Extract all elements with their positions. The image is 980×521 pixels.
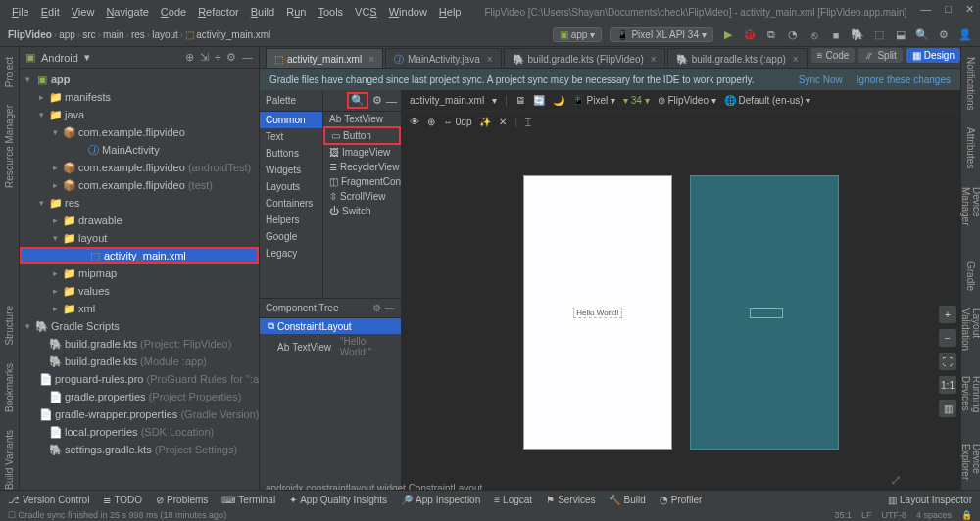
ct-hide-icon[interactable]: — (385, 303, 395, 313)
palette-cat-text[interactable]: Text (260, 128, 322, 145)
theme-select[interactable]: ⊚ FlipVideo ▾ (658, 95, 716, 106)
sb-logcat[interactable]: ≡ Logcat (494, 495, 532, 505)
tree-mipmap[interactable]: ▸📁mipmap (20, 264, 259, 282)
night-icon[interactable]: 🌙 (553, 95, 564, 106)
zoom-fit-icon[interactable]: ⛶ (939, 353, 956, 370)
menu-run[interactable]: Run (282, 4, 310, 20)
sb-profiler[interactable]: ◔ Profiler (660, 495, 703, 505)
widget-imageview[interactable]: 🖼ImageView (323, 145, 401, 160)
ct-gear-icon[interactable]: ⚙ (372, 303, 381, 313)
mode-code[interactable]: ≡ Code (811, 48, 856, 63)
tree-manifests[interactable]: ▸📁manifests (20, 88, 259, 106)
tool-notifications[interactable]: Notifications (965, 53, 976, 114)
zoom-out-icon[interactable]: − (939, 329, 956, 347)
tab-gradle-app[interactable]: 🐘build.gradle.kts (:app)× (667, 48, 808, 68)
api-level[interactable]: ▾ 34 ▾ (623, 95, 650, 106)
avd-icon[interactable]: ⬚ (872, 28, 886, 42)
minimize-icon[interactable]: — (920, 3, 931, 16)
menu-edit[interactable]: Edit (37, 4, 64, 20)
profiler-icon[interactable]: ◔ (786, 28, 800, 42)
tree-values[interactable]: ▸📁values (20, 282, 259, 300)
tree-drawable[interactable]: ▸📁drawable (20, 212, 259, 229)
widget-recyclerview[interactable]: ≣RecyclerView (323, 160, 401, 174)
widget-switch[interactable]: ⏻Switch (323, 204, 401, 218)
default-margin[interactable]: ↔ 0dp (443, 117, 471, 127)
palette-cat-layouts[interactable]: Layouts (260, 178, 322, 195)
tree-gradle-scripts[interactable]: ▾🐘Gradle Scripts (20, 317, 259, 335)
close-icon[interactable]: ✕ (965, 3, 974, 16)
tab-main-activity[interactable]: ⒿMainActivity.java× (385, 48, 502, 68)
menu-navigate[interactable]: Navigate (102, 4, 152, 20)
tool-structure[interactable]: Structure (4, 302, 15, 350)
tree-gw[interactable]: 📄gradle-wrapper.properties (Gradle Versi… (20, 405, 259, 423)
device-type[interactable]: 📱 Pixel ▾ (572, 95, 615, 106)
tab-activity-main[interactable]: ⬚activity_main.xml× (266, 48, 383, 68)
sb-problems[interactable]: ⊘ Problems (156, 495, 208, 505)
sb-aqi[interactable]: ✦ App Quality Insights (289, 495, 387, 505)
menu-help[interactable]: Help (435, 4, 466, 20)
menu-build[interactable]: Build (247, 4, 278, 20)
tree-pg[interactable]: 📄proguard-rules.pro (ProGuard Rules for … (20, 370, 259, 388)
view-options-icon[interactable]: 👁 (410, 117, 419, 127)
stop-icon[interactable]: ■ (829, 28, 843, 42)
tree-bg2[interactable]: 🐘build.gradle.kts (Module :app) (20, 353, 259, 370)
select-opened-icon[interactable]: ⊕ (185, 51, 194, 64)
tool-resource-manager[interactable]: Resource Manager (4, 101, 15, 192)
palette-cat-google[interactable]: Google (260, 228, 322, 245)
tree-pkg1[interactable]: ▾📦com.example.flipvideo (20, 123, 259, 141)
blueprint-hello[interactable] (750, 308, 783, 318)
tree-lp[interactable]: 📄local.properties (SDK Location) (20, 423, 259, 441)
zoom-in-icon[interactable]: + (939, 306, 956, 323)
tool-layout-validation[interactable]: Layout Validation (960, 305, 981, 362)
tree-gp[interactable]: 📄gradle.properties (Project Properties) (20, 388, 259, 405)
tool-device-manager[interactable]: Device Manager (960, 183, 981, 239)
palette-cat-legacy[interactable]: Legacy (260, 245, 322, 261)
zoom-11-icon[interactable]: 1:1 (939, 376, 956, 394)
collapse-icon[interactable]: ÷ (215, 51, 220, 64)
attach-icon[interactable]: ⎋ (808, 28, 821, 42)
sb2-indent[interactable]: 4 spaces (916, 510, 952, 520)
account-icon[interactable]: 👤 (958, 28, 972, 42)
menu-view[interactable]: View (68, 4, 99, 20)
widget-button[interactable]: ▭Button (323, 126, 401, 145)
tree-res[interactable]: ▾📁res (20, 194, 259, 212)
pan-icon[interactable]: ⌶ (525, 117, 531, 127)
resize-handle-icon[interactable]: ⤢ (890, 472, 902, 488)
coverage-icon[interactable]: ⧉ (764, 28, 778, 42)
palette-cat-common[interactable]: Common (260, 112, 322, 128)
tool-bookmarks[interactable]: Bookmarks (4, 359, 15, 416)
locale-select[interactable]: 🌐 Default (en-us) ▾ (724, 95, 811, 106)
gear-icon[interactable]: ⚙ (226, 51, 236, 64)
run-icon[interactable]: ▶ (721, 28, 735, 42)
sync-now-link[interactable]: Sync Now (799, 74, 843, 85)
tool-device-explorer[interactable]: Device Explorer (960, 440, 981, 494)
ct-textview[interactable]: AbTextView "Hello World!" (260, 334, 401, 359)
palette-gear-icon[interactable]: ⚙ (372, 94, 382, 107)
expand-icon[interactable]: ⇲ (200, 51, 209, 64)
tree-app[interactable]: ▾▣app (20, 71, 259, 88)
run-config-app[interactable]: ▣app ▾ (553, 27, 603, 42)
tool-project[interactable]: Project (4, 53, 15, 91)
hide-icon[interactable]: — (242, 51, 253, 64)
tab-gradle-project[interactable]: 🐘build.gradle.kts (FlipVideo)× (504, 48, 665, 68)
widget-fragment[interactable]: ◫FragmentCon... (323, 174, 401, 189)
menu-vcs[interactable]: VCS (351, 4, 381, 20)
tree-main-activity[interactable]: ⒿMainActivity (20, 141, 259, 159)
mode-design[interactable]: ▦ Design (906, 48, 960, 63)
wand-icon[interactable]: ✨ (479, 117, 491, 127)
menu-refactor[interactable]: Refactor (194, 4, 243, 20)
tool-gradle[interactable]: Gradle (965, 258, 976, 295)
palette-cat-helpers[interactable]: Helpers (260, 212, 322, 228)
palette-cat-containers[interactable]: Containers (260, 195, 322, 212)
mode-split[interactable]: ⫽ Split (858, 48, 902, 63)
tree-xml[interactable]: ▸📁xml (20, 300, 259, 317)
device-select[interactable]: 📱 Pixel XL API 34 ▾ (610, 27, 713, 42)
ct-root[interactable]: ⧉ConstraintLayout (260, 318, 401, 334)
sb2-lf[interactable]: LF (861, 510, 872, 520)
design-surface[interactable]: Hello World! (523, 175, 672, 450)
hello-world-label[interactable]: Hello World! (573, 308, 621, 318)
debug-icon[interactable]: 🐞 (743, 28, 757, 42)
tree-sg[interactable]: 🐘settings.gradle.kts (Project Settings) (20, 441, 259, 458)
palette-hide-icon[interactable]: — (386, 95, 397, 107)
palette-search-icon[interactable]: 🔍 (347, 92, 368, 109)
